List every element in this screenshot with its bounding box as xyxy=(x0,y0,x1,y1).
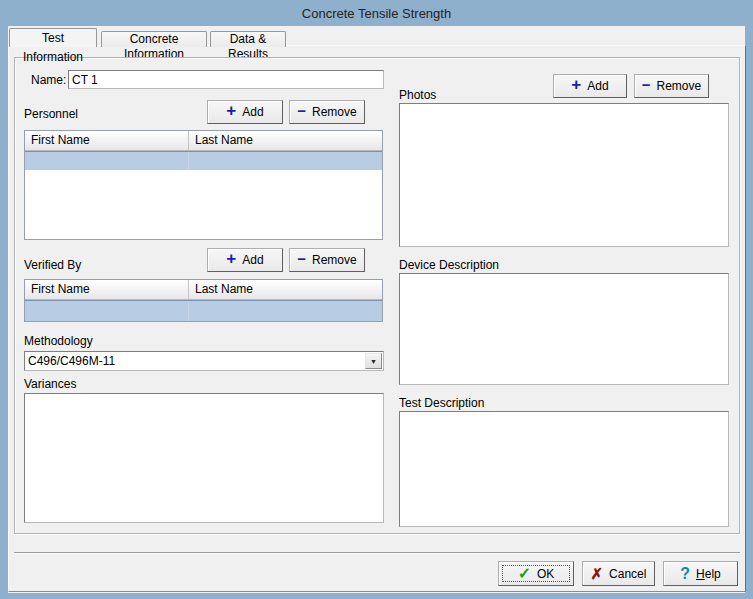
device-description-textarea[interactable] xyxy=(399,273,729,385)
verified-by-table[interactable]: First Name Last Name xyxy=(24,279,383,322)
device-description-label: Device Description xyxy=(399,258,499,272)
ok-label: OK xyxy=(537,567,554,581)
verified-by-row-first-name-cell xyxy=(25,301,189,321)
verified-by-table-header: First Name Last Name xyxy=(25,280,382,300)
name-label: Name: xyxy=(31,73,66,87)
personnel-selected-row[interactable] xyxy=(25,151,382,170)
verified-by-add-label: Add xyxy=(242,253,263,267)
personnel-label: Personnel xyxy=(24,107,78,121)
photos-list[interactable] xyxy=(399,103,729,247)
personnel-add-label: Add xyxy=(242,105,263,119)
title-bar: Concrete Tensile Strength xyxy=(0,0,753,26)
window-title: Concrete Tensile Strength xyxy=(302,6,451,21)
verified-by-col-first-name: First Name xyxy=(25,280,189,299)
personnel-add-button[interactable]: + Add xyxy=(207,100,283,124)
personnel-col-last-name: Last Name xyxy=(189,131,382,150)
photos-remove-label: Remove xyxy=(657,79,702,93)
ok-button[interactable]: ✓ OK xyxy=(498,561,574,586)
verified-by-col-last-name: Last Name xyxy=(189,280,382,299)
minus-icon: − xyxy=(642,79,651,91)
tab-test-information[interactable]: Test Information xyxy=(9,28,97,47)
tab-data-results[interactable]: Data & Results xyxy=(210,31,286,47)
verified-by-remove-label: Remove xyxy=(312,253,357,267)
minus-icon: − xyxy=(297,105,306,117)
test-description-label: Test Description xyxy=(399,396,484,410)
minus-icon: − xyxy=(297,253,306,265)
plus-icon: + xyxy=(571,78,581,92)
x-icon: ✗ xyxy=(591,567,604,581)
chevron-down-icon[interactable]: ▼ xyxy=(365,353,382,369)
help-label: Help xyxy=(696,567,721,581)
verified-by-remove-button[interactable]: − Remove xyxy=(289,248,365,272)
footer-divider xyxy=(14,552,740,554)
question-mark-icon: ? xyxy=(680,567,690,581)
photos-add-button[interactable]: + Add xyxy=(553,74,627,98)
help-button[interactable]: ? Help xyxy=(663,561,738,586)
verified-by-label: Verified By xyxy=(24,258,81,272)
methodology-selected-value: C496/C496M-11 xyxy=(25,353,365,369)
plus-icon: + xyxy=(226,252,236,266)
tab-concrete-information[interactable]: Concrete Information xyxy=(101,31,207,47)
photos-add-label: Add xyxy=(587,79,608,93)
methodology-combobox[interactable]: C496/C496M-11 ▼ xyxy=(24,351,384,371)
test-description-textarea[interactable] xyxy=(399,411,729,527)
personnel-table[interactable]: First Name Last Name xyxy=(24,130,383,240)
personnel-row-first-name-cell xyxy=(25,152,189,170)
dialog-window: Concrete Tensile Strength Test Informati… xyxy=(0,0,753,599)
verified-by-selected-row[interactable] xyxy=(25,300,382,321)
plus-icon: + xyxy=(226,104,236,118)
check-icon: ✓ xyxy=(518,567,531,581)
personnel-remove-button[interactable]: − Remove xyxy=(289,100,365,124)
variances-textarea[interactable] xyxy=(24,393,384,523)
cancel-label: Cancel xyxy=(609,567,646,581)
photos-remove-button[interactable]: − Remove xyxy=(634,74,709,98)
cancel-button[interactable]: ✗ Cancel xyxy=(582,561,655,586)
verified-by-add-button[interactable]: + Add xyxy=(207,248,283,272)
name-input[interactable] xyxy=(68,70,384,89)
personnel-col-first-name: First Name xyxy=(25,131,189,150)
personnel-table-header: First Name Last Name xyxy=(25,131,382,151)
personnel-remove-label: Remove xyxy=(312,105,357,119)
photos-label: Photos xyxy=(399,88,436,102)
methodology-label: Methodology xyxy=(24,334,93,348)
variances-label: Variances xyxy=(24,377,76,391)
